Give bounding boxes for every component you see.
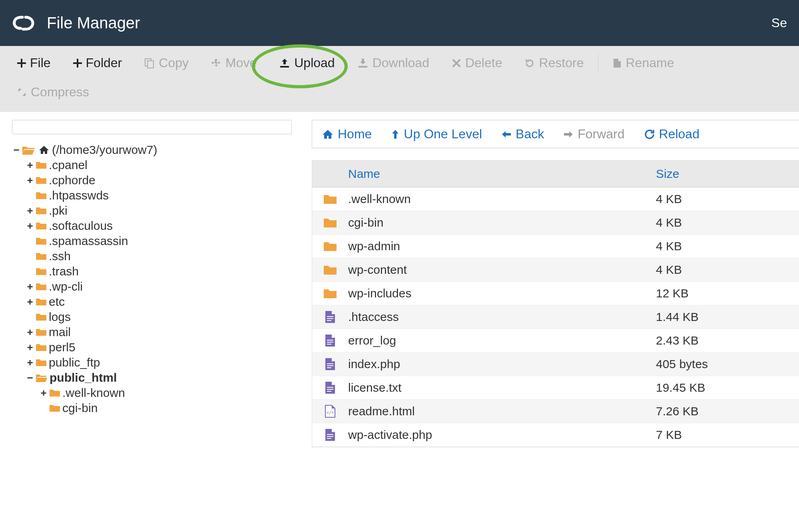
nav-back-button[interactable]: Back: [501, 127, 544, 141]
file-name[interactable]: error_log: [340, 334, 656, 347]
restore-button[interactable]: Restore: [513, 50, 595, 76]
tree-root[interactable]: − (/home3/yourwow7): [12, 142, 300, 157]
table-row[interactable]: wp-admin4 KB: [312, 235, 799, 258]
table-row[interactable]: error_log2.43 KB: [312, 329, 799, 353]
file-name[interactable]: .htaccess: [340, 310, 656, 324]
table-row[interactable]: .htaccess1.44 KB: [312, 305, 799, 329]
tree-item-label[interactable]: .wp-cli: [49, 280, 83, 293]
svg-rect-8: [327, 363, 333, 364]
tree-item[interactable]: logs: [26, 309, 300, 325]
download-button[interactable]: Download: [346, 50, 440, 76]
table-row[interactable]: license.txt19.45 KB: [312, 376, 799, 400]
tree-toggle[interactable]: +: [26, 326, 34, 339]
nav-forward-button[interactable]: Forward: [563, 127, 624, 141]
tree-toggle[interactable]: +: [26, 296, 34, 308]
tree-toggle[interactable]: +: [26, 159, 34, 171]
tree-toggle[interactable]: +: [26, 205, 34, 217]
file-name[interactable]: wp-content: [340, 263, 656, 277]
tree-item-label[interactable]: .htpasswds: [49, 189, 109, 202]
table-row[interactable]: index.php405 bytes: [312, 353, 799, 376]
compress-icon: [17, 88, 27, 97]
tree-toggle[interactable]: +: [26, 220, 34, 232]
new-folder-button[interactable]: Folder: [62, 50, 133, 76]
tree-item[interactable]: .ssh: [26, 249, 300, 264]
table-row[interactable]: wp-activate.php7 KB: [312, 423, 799, 447]
tree-toggle[interactable]: +: [39, 387, 48, 399]
tree-item-label[interactable]: .trash: [49, 265, 79, 278]
tree-item-label[interactable]: perl5: [49, 341, 76, 354]
tree-item[interactable]: +.wp-cli: [26, 279, 300, 294]
table-row[interactable]: wp-content4 KB: [312, 258, 799, 282]
tree-item[interactable]: .trash: [26, 264, 300, 279]
tree-toggle[interactable]: −: [26, 372, 34, 384]
tree-item[interactable]: .htpasswds: [26, 188, 300, 203]
copy-button[interactable]: Copy: [133, 50, 200, 76]
compress-button[interactable]: Compress: [6, 79, 100, 105]
file-name[interactable]: .well-known: [340, 192, 656, 206]
file-name[interactable]: license.txt: [340, 381, 656, 395]
tree-toggle[interactable]: +: [26, 341, 34, 354]
svg-rect-16: [327, 436, 333, 437]
tree-item-label[interactable]: public_ftp: [49, 356, 100, 369]
file-name[interactable]: wp-activate.php: [340, 428, 656, 442]
tree-item-label[interactable]: .well-known: [62, 386, 125, 400]
file-list-panel: Home Up One Level Back Forward Reload Na…: [304, 112, 799, 532]
tree-item-label[interactable]: public_html: [50, 371, 117, 385]
folder-icon: [36, 313, 46, 321]
tree-item-label[interactable]: cgi-bin: [62, 401, 98, 415]
tree-toggle[interactable]: +: [26, 174, 34, 187]
tree-item-label[interactable]: .cpanel: [49, 158, 88, 172]
file-size: 12 KB: [656, 287, 799, 300]
tree-item-public-html[interactable]: −public_html: [26, 370, 300, 385]
table-row[interactable]: wp-includes12 KB: [312, 282, 799, 305]
tree-toggle[interactable]: +: [26, 281, 34, 293]
file-name[interactable]: index.php: [340, 357, 656, 371]
tree-item[interactable]: +.well-known: [39, 385, 300, 400]
nav-home-button[interactable]: Home: [322, 127, 372, 141]
tree-item[interactable]: +mail: [26, 325, 300, 340]
nav-reload-button[interactable]: Reload: [644, 127, 699, 141]
tree-item[interactable]: +public_ftp: [26, 355, 300, 370]
file-icon: [613, 58, 622, 68]
table-row[interactable]: </>readme.html7.26 KB: [312, 400, 799, 423]
file-name[interactable]: wp-admin: [340, 239, 656, 253]
delete-button[interactable]: Delete: [440, 50, 514, 76]
table-row[interactable]: cgi-bin4 KB: [312, 211, 799, 235]
tree-item[interactable]: +perl5: [26, 340, 300, 355]
file-name[interactable]: wp-includes: [340, 287, 656, 300]
move-button[interactable]: Move: [200, 50, 268, 76]
upload-button[interactable]: Upload: [268, 50, 346, 76]
tree-item-label[interactable]: .ssh: [49, 249, 71, 263]
tree-item-label[interactable]: .softaculous: [49, 219, 113, 233]
svg-rect-9: [327, 365, 333, 366]
path-input[interactable]: [12, 120, 292, 134]
column-header-size[interactable]: Size: [656, 167, 799, 181]
tree-item-label[interactable]: etc: [49, 295, 65, 309]
header-right-text: Se: [771, 16, 787, 30]
column-header-name[interactable]: Name: [312, 167, 656, 181]
tree-item[interactable]: cgi-bin: [39, 400, 300, 416]
tree-item-label[interactable]: .cphorde: [49, 173, 96, 187]
tree-item[interactable]: +.cpanel: [26, 157, 300, 173]
rename-button[interactable]: Rename: [602, 50, 685, 76]
tree-item-label[interactable]: .pki: [49, 204, 68, 217]
tree-root-label[interactable]: (/home3/yourwow7): [52, 143, 157, 157]
tree-item[interactable]: +.softaculous: [26, 218, 300, 233]
tree-item[interactable]: +etc: [26, 294, 300, 309]
tree-item-label[interactable]: logs: [49, 310, 71, 324]
app-title: File Manager: [47, 14, 140, 32]
new-file-button[interactable]: File: [6, 50, 62, 76]
nav-up-button[interactable]: Up One Level: [391, 127, 482, 141]
table-row[interactable]: .well-known4 KB: [312, 187, 799, 211]
tree-toggle[interactable]: −: [12, 144, 21, 156]
tree-item-label[interactable]: .spamassassin: [49, 234, 128, 248]
file-name[interactable]: readme.html: [340, 404, 656, 418]
tree-item[interactable]: +.cphorde: [26, 173, 300, 188]
home-icon: [322, 129, 334, 139]
file-name[interactable]: cgi-bin: [340, 216, 656, 229]
file-table: Name Size .well-known4 KBcgi-bin4 KBwp-a…: [312, 160, 799, 447]
tree-item-label[interactable]: mail: [49, 325, 71, 339]
tree-item[interactable]: .spamassassin: [26, 233, 300, 249]
tree-toggle[interactable]: +: [26, 357, 34, 369]
tree-item[interactable]: +.pki: [26, 203, 300, 218]
